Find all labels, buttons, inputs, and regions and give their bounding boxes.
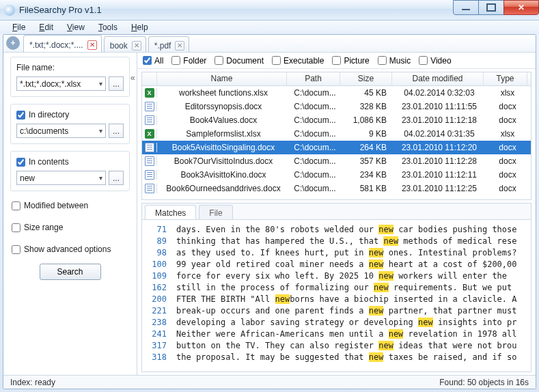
preview-line: 200FTER THE BIRTH "All newborns have a b… bbox=[145, 294, 528, 305]
col-type[interactable]: Type bbox=[484, 72, 527, 85]
title-bar: FileSearchy Pro v1.1 bbox=[0, 0, 539, 20]
preview-line: 238developing a labor saving strategy or… bbox=[145, 317, 528, 328]
in-contents-checkbox[interactable]: In contents bbox=[16, 157, 124, 167]
directory-group: In directory c:\documents ▾ ... bbox=[10, 104, 130, 144]
table-row[interactable]: Book5AvisittoSingaling.docxC:\docum...26… bbox=[142, 141, 531, 154]
preview-line: 98as they used to. If knees hurt, put in… bbox=[145, 247, 528, 259]
menu-help[interactable]: Help bbox=[126, 21, 154, 33]
preview-line: 71days. Even in the 80's robots welded o… bbox=[145, 224, 528, 236]
filter-all[interactable]: All bbox=[143, 56, 163, 66]
col-name[interactable]: Name bbox=[157, 72, 287, 85]
table-row[interactable]: Book4Values.docxC:\docum...1,086 KB23.01… bbox=[142, 113, 531, 127]
docx-icon bbox=[145, 156, 154, 166]
tab-1-label: book bbox=[110, 41, 128, 51]
preview-content[interactable]: 71days. Even in the 80's robots welded o… bbox=[142, 220, 531, 372]
contents-group: In contents new ▾ ... bbox=[10, 151, 130, 191]
results-pane: All Folder Document Executable Picture M… bbox=[137, 53, 536, 375]
tab-1[interactable]: book ✕ bbox=[104, 36, 146, 52]
search-criteria-pane: File name: *.txt;*.docx;*.xlsx ▾ ... In … bbox=[3, 53, 137, 375]
preview-line: 317button on the TV. They can also regis… bbox=[145, 340, 528, 352]
filename-browse-button[interactable]: ... bbox=[109, 76, 124, 91]
menu-edit[interactable]: Edit bbox=[33, 21, 59, 33]
filename-input[interactable]: *.txt;*.docx;*.xlsx ▾ bbox=[16, 76, 106, 91]
col-size[interactable]: Size bbox=[340, 72, 392, 85]
docx-icon bbox=[145, 184, 154, 193]
preview-line: 89thinking that has hampered the U.S., t… bbox=[145, 236, 528, 247]
col-date[interactable]: Date modified bbox=[392, 72, 484, 85]
menu-bar: File Edit View Tools Help bbox=[0, 20, 539, 34]
preview-line: 162still in the process of formalizing o… bbox=[145, 282, 528, 294]
status-index: Index: ready bbox=[10, 378, 55, 387]
type-filter-bar: All Folder Document Executable Picture M… bbox=[137, 53, 536, 69]
preview-line: 318the proposal. It may be suggested tha… bbox=[145, 352, 528, 363]
app-icon bbox=[4, 5, 15, 16]
preview-tab-matches[interactable]: Matches bbox=[145, 205, 196, 219]
window-controls bbox=[454, 0, 539, 15]
new-tab-button[interactable]: + bbox=[6, 36, 20, 50]
menu-file[interactable]: File bbox=[7, 21, 31, 33]
tab-0-label: *.txt;*.docx;*.... bbox=[29, 40, 83, 50]
tab-2-label: *.pdf bbox=[154, 41, 171, 51]
advanced-options-checkbox[interactable]: Show advanced options bbox=[12, 244, 128, 254]
xlsx-icon bbox=[145, 129, 154, 139]
size-range-checkbox[interactable]: Size range bbox=[12, 223, 128, 232]
results-grid: Name Path Size Date modified Type worksh… bbox=[141, 72, 531, 200]
table-row[interactable]: Sampleformslist.xlsxC:\docum...9 KB04.02… bbox=[142, 127, 531, 141]
grid-body[interactable]: worksheet functions.xlsxC:\docum...45 KB… bbox=[142, 86, 531, 199]
minimize-button[interactable] bbox=[453, 0, 479, 15]
xlsx-icon bbox=[145, 88, 154, 98]
tab-2-close-icon[interactable]: ✕ bbox=[175, 41, 184, 51]
filename-label: File name: bbox=[16, 63, 124, 72]
status-found: Found: 50 objects in 16s bbox=[439, 378, 529, 387]
table-row[interactable]: Book6Ourneedsanddrives.docxC:\docum...58… bbox=[142, 182, 531, 195]
filter-folder[interactable]: Folder bbox=[171, 56, 206, 66]
docx-icon bbox=[145, 170, 154, 180]
filter-music[interactable]: Music bbox=[378, 56, 411, 66]
filename-group: File name: *.txt;*.docx;*.xlsx ▾ ... bbox=[10, 57, 130, 97]
collapse-sidebar-icon[interactable]: « bbox=[130, 73, 135, 83]
chevron-down-icon[interactable]: ▾ bbox=[99, 127, 102, 135]
menu-tools[interactable]: Tools bbox=[93, 21, 123, 33]
menu-view[interactable]: View bbox=[61, 21, 90, 33]
filter-document[interactable]: Document bbox=[215, 56, 264, 66]
status-bar: Index: ready Found: 50 objects in 16s bbox=[3, 375, 536, 389]
search-button[interactable]: Search bbox=[40, 264, 101, 280]
preview-pane: Matches File 71days. Even in the 80's ro… bbox=[141, 203, 531, 372]
window-title: FileSearchy Pro v1.1 bbox=[19, 5, 102, 15]
chevron-down-icon[interactable]: ▾ bbox=[99, 80, 102, 87]
filter-picture[interactable]: Picture bbox=[332, 56, 369, 66]
docx-icon bbox=[145, 143, 154, 152]
docx-icon bbox=[145, 102, 154, 111]
directory-browse-button[interactable]: ... bbox=[109, 124, 124, 138]
preview-line: 241Neither were African-Americans men un… bbox=[145, 328, 528, 340]
filter-video[interactable]: Video bbox=[419, 56, 451, 66]
col-path[interactable]: Path bbox=[287, 72, 340, 85]
table-row[interactable]: Book3AvisittoKino.docxC:\docum...234 KB2… bbox=[142, 168, 531, 182]
table-row[interactable]: Editorssynopsis.docxC:\docum...328 KB23.… bbox=[142, 100, 531, 113]
preview-tab-file[interactable]: File bbox=[199, 205, 232, 219]
in-directory-checkbox[interactable]: In directory bbox=[16, 110, 124, 120]
contents-input[interactable]: new ▾ bbox=[16, 171, 106, 185]
tab-0[interactable]: *.txt;*.docx;*.... ✕ bbox=[23, 35, 102, 52]
tab-0-close-icon[interactable]: ✕ bbox=[87, 40, 97, 50]
preview-line: 109force for every six who left. By 2025… bbox=[145, 270, 528, 282]
chevron-down-icon[interactable]: ▾ bbox=[99, 174, 102, 182]
filter-executable[interactable]: Executable bbox=[272, 56, 324, 66]
modified-between-checkbox[interactable]: Modified between bbox=[12, 201, 128, 210]
search-tabs: + *.txt;*.docx;*.... ✕ book ✕ *.pdf ✕ bbox=[3, 35, 536, 53]
close-button[interactable] bbox=[503, 0, 539, 15]
grid-header: Name Path Size Date modified Type bbox=[142, 72, 531, 86]
contents-options-button[interactable]: ... bbox=[109, 171, 124, 185]
preview-line: 10099 year old retired coal miner needs … bbox=[145, 259, 528, 270]
maximize-button[interactable] bbox=[478, 0, 504, 15]
table-row[interactable]: worksheet functions.xlsxC:\docum...45 KB… bbox=[142, 86, 531, 100]
preview-line: 221break-up occurs and one parent finds … bbox=[145, 305, 528, 317]
tab-1-close-icon[interactable]: ✕ bbox=[132, 41, 141, 51]
docx-icon bbox=[145, 115, 154, 125]
table-row[interactable]: Book7OurVisittoIndus.docxC:\docum...357 … bbox=[142, 154, 531, 168]
directory-input[interactable]: c:\documents ▾ bbox=[16, 124, 106, 138]
tab-2[interactable]: *.pdf ✕ bbox=[148, 36, 190, 52]
